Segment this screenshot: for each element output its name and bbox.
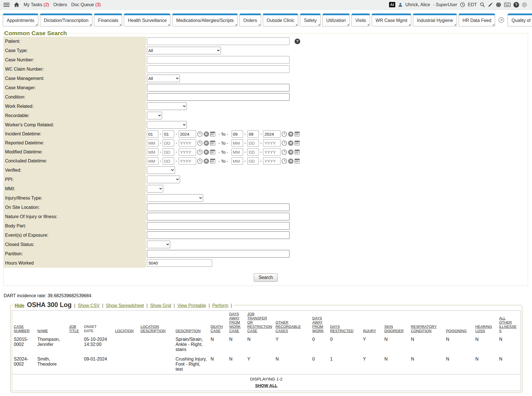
partition-input[interactable]: [147, 250, 289, 258]
calendar-icon[interactable]: [295, 159, 300, 164]
time-picker-icon[interactable]: [197, 158, 203, 164]
status-icon[interactable]: [522, 2, 527, 7]
user-name[interactable]: Uhrick, Alice: [405, 2, 430, 7]
col-days-restricted[interactable]: DAYS RESTRICTED: [328, 311, 361, 335]
external-link-icon[interactable]: [498, 17, 504, 23]
tab-visits[interactable]: Visits: [351, 14, 370, 26]
clear-icon[interactable]: [288, 158, 293, 164]
case-type-select[interactable]: All: [147, 47, 221, 54]
col-case-number[interactable]: CASE NUMBER: [12, 311, 36, 335]
mmi-select[interactable]: [147, 185, 163, 193]
col-other-recordable-cases[interactable]: OTHER RECORDABLE CASES: [274, 311, 311, 335]
view-printable-link[interactable]: View Printable: [177, 303, 206, 308]
closed-status-select[interactable]: [147, 241, 170, 248]
injury-illness-type-select[interactable]: [147, 194, 203, 202]
time-picker-icon[interactable]: [197, 140, 203, 146]
keyboard-icon[interactable]: [504, 3, 511, 7]
col-all-other-illnesses[interactable]: ALL OTHER ILLNESSES: [497, 311, 521, 335]
workers-comp-related-select[interactable]: [147, 121, 187, 129]
concluded-from-month-input[interactable]: [147, 157, 158, 165]
time-picker-icon[interactable]: [282, 158, 287, 164]
hide-link[interactable]: Hide: [15, 303, 24, 308]
recordable-select[interactable]: [147, 112, 162, 119]
clock-icon[interactable]: [460, 2, 465, 7]
calendar-icon[interactable]: [210, 159, 215, 164]
tab-dictation-transcription[interactable]: Dictation/Transcription: [40, 14, 93, 26]
incident-to-year-input[interactable]: [263, 130, 280, 138]
calendar-icon[interactable]: [210, 132, 215, 137]
incident-from-year-input[interactable]: [179, 130, 196, 138]
col-onset-date[interactable]: ONSET DATE: [82, 311, 113, 335]
col-poisoning[interactable]: POISONING: [444, 311, 473, 335]
concluded-to-month-input[interactable]: [232, 157, 243, 165]
concluded-to-day-input[interactable]: [247, 157, 259, 165]
show-all-link[interactable]: SHOW ALL: [255, 383, 277, 388]
incident-to-day-input[interactable]: [247, 130, 259, 138]
show-spreadsheet-link[interactable]: Show Spreadsheet: [106, 303, 144, 308]
clear-icon[interactable]: [204, 149, 209, 155]
reported-from-day-input[interactable]: [163, 139, 174, 147]
concluded-from-day-input[interactable]: [163, 157, 174, 165]
show-csv-link[interactable]: Show CSV: [78, 303, 100, 308]
tab-health-surveillance[interactable]: Health Surveillance: [124, 14, 170, 26]
events-of-exposure-input[interactable]: [147, 231, 289, 239]
home-icon[interactable]: [14, 2, 19, 7]
clear-icon[interactable]: [204, 158, 209, 164]
concluded-from-year-input[interactable]: [179, 157, 196, 165]
tab-financials[interactable]: Financials: [94, 14, 122, 26]
modified-to-month-input[interactable]: [232, 148, 243, 156]
col-injury[interactable]: INJURY: [361, 311, 383, 335]
menu-icon[interactable]: [3, 3, 10, 7]
ai-badge[interactable]: AI: [389, 2, 395, 7]
col-job-transfer-or-restriction-case[interactable]: JOB TRANSFER OR RESTRICTION CASE: [246, 311, 274, 335]
body-part-input[interactable]: [147, 222, 289, 230]
modified-from-month-input[interactable]: [147, 148, 158, 156]
ppi-select[interactable]: [147, 176, 180, 183]
calendar-icon[interactable]: [210, 150, 215, 155]
search-button[interactable]: Search: [254, 273, 278, 282]
clear-icon[interactable]: [204, 131, 209, 137]
modified-from-day-input[interactable]: [163, 148, 174, 156]
hours-worked-input[interactable]: [147, 259, 212, 267]
tab-orders[interactable]: Orders: [239, 14, 261, 26]
help-icon[interactable]: ?: [513, 2, 519, 8]
col-respiratory-condition[interactable]: RESPIRATORY CONDITION: [409, 311, 445, 335]
tab-utilization[interactable]: Utilization: [322, 14, 350, 26]
orders-link[interactable]: Orders: [53, 2, 67, 7]
patient-input[interactable]: [147, 37, 289, 45]
incident-from-month-input[interactable]: [147, 130, 158, 138]
clear-icon[interactable]: [288, 149, 293, 155]
tab-wr-case-mgmt[interactable]: WR Case Mgmt: [372, 14, 411, 26]
time-picker-icon[interactable]: [282, 140, 287, 146]
condition-input[interactable]: [147, 93, 289, 101]
col-days-away-from-work[interactable]: DAYS AWAY FROM WORK: [311, 311, 328, 335]
modified-to-year-input[interactable]: [263, 148, 280, 156]
show-grid-link[interactable]: Show Grid: [150, 303, 171, 308]
perform-link[interactable]: Perform: [212, 303, 228, 308]
tab-outside-clinic[interactable]: Outside Clinic: [263, 14, 298, 26]
reported-from-month-input[interactable]: [147, 139, 158, 147]
doc-queue-link[interactable]: Doc Queue (3): [71, 2, 101, 7]
incident-to-month-input[interactable]: [232, 130, 243, 138]
time-picker-icon[interactable]: [197, 149, 203, 155]
reported-from-year-input[interactable]: [179, 139, 196, 147]
col-job-title[interactable]: JOB TITLE: [67, 311, 82, 335]
my-tasks-link[interactable]: My Tasks (2): [24, 2, 49, 7]
time-picker-icon[interactable]: [282, 149, 287, 155]
reported-to-month-input[interactable]: [232, 139, 243, 147]
wc-claim-number-input[interactable]: [147, 65, 289, 73]
work-related-select[interactable]: [147, 102, 187, 110]
incident-from-day-input[interactable]: [163, 130, 174, 138]
col-location-description[interactable]: LOCATION DESCRIPTION: [139, 311, 174, 335]
time-picker-icon[interactable]: [282, 131, 287, 137]
modified-to-day-input[interactable]: [247, 148, 259, 156]
clear-icon[interactable]: [204, 140, 209, 146]
clear-icon[interactable]: [288, 140, 293, 146]
col-description[interactable]: DESCRIPTION: [174, 311, 209, 335]
col-days-away-from-work-case[interactable]: DAYS AWAY FROM WORK CASE: [228, 311, 246, 335]
globe-icon[interactable]: [496, 2, 501, 8]
case-management-select[interactable]: All: [147, 75, 180, 82]
tab-medications-allergies-scripts[interactable]: Medications/Allergies/Scripts: [172, 14, 238, 26]
tab-appointments[interactable]: Appointments: [3, 14, 38, 26]
col-hearing-loss[interactable]: HEARING LOSS: [474, 311, 497, 335]
